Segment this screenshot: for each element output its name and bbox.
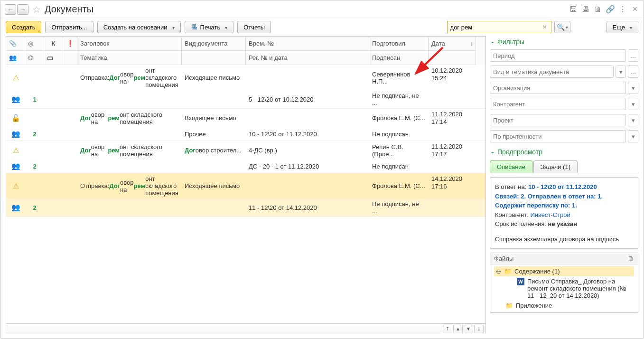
table-nav-first[interactable]: ⤒ xyxy=(443,325,452,333)
col-title[interactable]: Заголовок xyxy=(77,37,182,51)
save-icon[interactable]: 🖫 xyxy=(569,5,578,14)
filter-period[interactable] xyxy=(490,49,626,62)
print-icon[interactable]: 🖶 xyxy=(581,5,590,14)
col2-groups-icon[interactable]: 👥 xyxy=(6,51,25,65)
page-title: Документы xyxy=(45,4,93,15)
filters-section-title[interactable]: Фильтры xyxy=(490,38,638,46)
filter-org-dd[interactable]: ▾ xyxy=(628,82,638,94)
tree-folder-attach[interactable]: 📁 Приложение xyxy=(494,301,634,311)
tab-tasks[interactable]: Задачи (1) xyxy=(533,160,578,173)
row-title: Договор на ремонт складского помещения xyxy=(77,141,182,160)
row-num: 2 xyxy=(25,198,44,217)
nav-back[interactable]: ← xyxy=(5,4,16,15)
col-signed[interactable]: Подписан xyxy=(369,51,429,65)
row-reg-no: 5 - 12\20 от 10.12.2020 xyxy=(246,90,369,108)
tab-description[interactable]: Описание xyxy=(490,160,532,173)
col-topic[interactable]: Тематика xyxy=(77,51,182,65)
folder-icon: 📁 xyxy=(504,268,512,275)
col-k[interactable]: К xyxy=(44,37,63,51)
row-title: Отправка: Договор на ремонт складского п… xyxy=(77,65,182,90)
table-nav-down[interactable]: ▼ xyxy=(464,325,473,333)
preview-contractor-link[interactable]: Инвест-Строй xyxy=(530,211,570,218)
nav-forward[interactable]: → xyxy=(17,4,28,15)
table-nav-last[interactable]: ⤓ xyxy=(474,325,484,333)
col-attach-icon[interactable]: 📎 xyxy=(6,37,25,51)
create-button[interactable]: Создать xyxy=(6,21,41,33)
filter-kind-picker[interactable]: … xyxy=(628,66,638,78)
row-topic xyxy=(182,90,246,108)
search-button[interactable]: 🔍▾ xyxy=(554,21,570,33)
create-on-label: Создать на основании xyxy=(103,24,168,31)
filter-project-dd[interactable]: ▾ xyxy=(628,114,638,126)
star-icon[interactable]: ☆ xyxy=(32,4,41,15)
tree-folder-content[interactable]: ⊖ 📁 Содержание (1) xyxy=(494,266,634,276)
preview-icon[interactable]: 🗎 xyxy=(594,5,602,14)
search-input[interactable] xyxy=(447,21,551,33)
print-button[interactable]: 🖶Печать xyxy=(185,21,234,33)
col-status-icon[interactable]: ◎ xyxy=(25,37,44,51)
close-icon[interactable]: × xyxy=(631,5,639,14)
row-topic: Прочее xyxy=(182,127,246,141)
row-temp-no xyxy=(246,173,369,198)
row-signed: Не подписан xyxy=(369,127,429,141)
row-date: 11.12.202017:14 xyxy=(429,109,476,127)
filter-project[interactable] xyxy=(490,114,626,126)
printer-icon: 🖶 xyxy=(191,23,197,31)
create-on-basis-button[interactable]: Создать на основании xyxy=(97,21,181,33)
preview-deadline-label: Срок исполнения: xyxy=(495,220,548,227)
row-status-icon: 🔓 xyxy=(6,109,25,127)
table-row[interactable]: ⚠Отправка: Договор на ремонт складского … xyxy=(6,65,485,109)
row-title: Договор на ремонт складского помещения xyxy=(77,109,182,127)
table-row[interactable]: 🔓Договор на ремонт складского помещенияВ… xyxy=(6,109,485,141)
print-label: Печать xyxy=(200,24,221,31)
row-reg-no: 11 - 12\20 от 14.12.2020 xyxy=(246,198,369,217)
send-button[interactable]: Отправить... xyxy=(45,21,93,33)
filter-read-dd[interactable]: ▾ xyxy=(628,130,638,142)
col-reg-no[interactable]: Рег. № и дата xyxy=(246,51,369,65)
col2-tree-icon[interactable]: ⌬ xyxy=(25,51,44,65)
filter-kind-dd[interactable]: ▾ xyxy=(616,66,626,78)
reports-button[interactable]: Отчеты xyxy=(237,21,271,33)
link-icon[interactable]: 🔗 xyxy=(606,5,615,14)
table-row[interactable]: ⚠Отправка: Договор на ремонт складского … xyxy=(6,173,485,217)
col2-empty xyxy=(63,51,77,65)
row-group-icon: 👥 xyxy=(6,198,25,217)
row-temp-no: 4-ДС (вр.) xyxy=(246,141,369,160)
preview-reply-label: В ответ на: xyxy=(495,183,528,190)
files-view-icon[interactable]: 🗎 xyxy=(628,255,634,262)
col-prepared[interactable]: Подготовил xyxy=(369,37,429,51)
filter-kind[interactable] xyxy=(490,66,614,78)
filter-contractor[interactable] xyxy=(490,98,626,110)
col2-card-icon[interactable]: 🗃 xyxy=(44,51,63,65)
filter-period-picker[interactable]: … xyxy=(628,49,638,62)
files-panel: Файлы 🗎 ⊖ 📁 Содержание (1) W Письмо Отпр… xyxy=(490,253,638,313)
filter-org[interactable] xyxy=(490,82,626,94)
tree-file-label: Письмо Отправка_ Договор на ремонт склад… xyxy=(527,278,634,299)
preview-contractor-label: Контрагент: xyxy=(495,211,530,218)
filter-read[interactable] xyxy=(490,130,626,142)
row-status-icon: ⚠ xyxy=(6,65,25,90)
more-button[interactable]: Еще xyxy=(607,21,638,33)
preview-body: Отправка экземпляра договора на подпись xyxy=(495,235,633,244)
row-topic xyxy=(182,198,246,217)
col-flag-icon[interactable]: ❗ xyxy=(63,37,77,51)
table-row[interactable]: ⚠Договор на ремонт складского помещенияД… xyxy=(6,141,485,173)
col-date[interactable]: Дата↓ xyxy=(429,37,476,51)
row-signed: Не подписан xyxy=(369,160,429,173)
preview-reply-link[interactable]: 10 - 12\20 от 11.12.2020 xyxy=(528,183,597,190)
row-prepared: Репин С.В. (Прое... xyxy=(369,141,429,160)
preview-deadline: не указан xyxy=(548,220,577,227)
col-temp-no[interactable]: Врем. № xyxy=(246,37,369,51)
col-doc-type[interactable]: Вид документа xyxy=(182,37,246,51)
kebab-icon[interactable]: ⋮ xyxy=(618,5,627,14)
word-icon: W xyxy=(517,278,524,285)
preview-relations[interactable]: Связей: 2. Отправлен в ответ на: 1. Соде… xyxy=(495,192,633,210)
filter-contractor-dd[interactable]: ▾ xyxy=(628,98,638,110)
row-group-icon: 👥 xyxy=(6,127,25,141)
row-group-icon: 👥 xyxy=(6,160,25,173)
row-reg-no: ДС - 20 - 1 от 11.12.2020 xyxy=(246,160,369,173)
table-nav-up[interactable]: ▲ xyxy=(453,325,463,333)
tree-file-doc[interactable]: W Письмо Отправка_ Договор на ремонт скл… xyxy=(494,276,634,301)
search-clear-icon[interactable]: × xyxy=(543,23,550,31)
preview-section-title[interactable]: Предпросмотр xyxy=(490,148,638,156)
